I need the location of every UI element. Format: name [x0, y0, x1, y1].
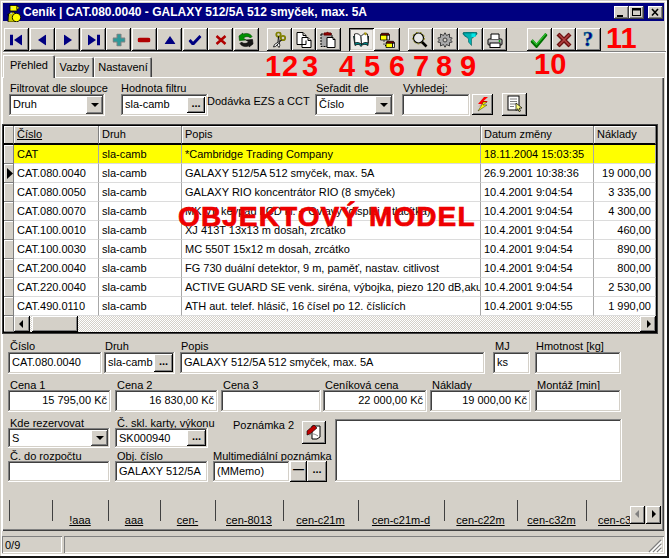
svg-text:?: ? — [583, 30, 594, 49]
